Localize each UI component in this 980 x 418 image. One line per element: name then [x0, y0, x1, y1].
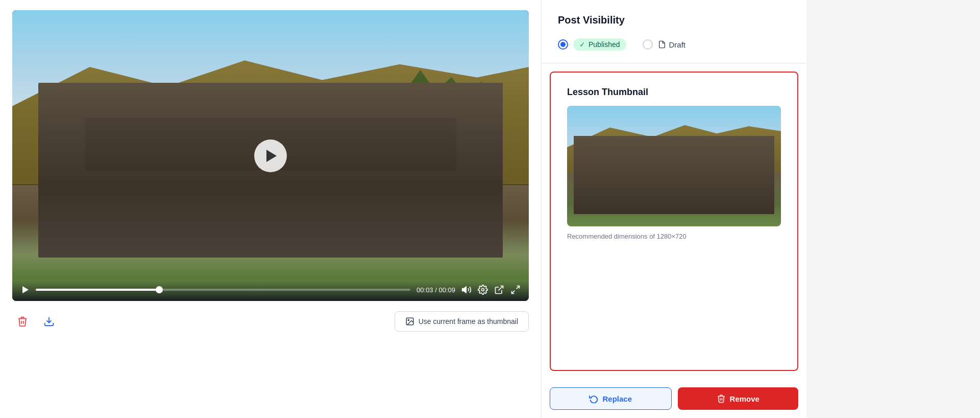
published-radio-fill: [560, 42, 566, 47]
published-option[interactable]: ✓ Published: [558, 38, 626, 51]
settings-button[interactable]: [478, 285, 488, 295]
play-icon: [266, 150, 277, 162]
check-icon: ✓: [579, 40, 585, 49]
video-controls: 00:03 / 00:09: [12, 281, 529, 301]
svg-line-4: [517, 286, 520, 289]
download-button[interactable]: [39, 311, 59, 332]
progress-thumb: [156, 286, 163, 293]
svg-line-5: [512, 291, 515, 294]
draft-radio[interactable]: [643, 39, 653, 50]
play-pause-button[interactable]: [254, 140, 287, 172]
external-link-button[interactable]: [494, 285, 504, 295]
draft-option[interactable]: Draft: [643, 39, 686, 50]
fullscreen-button[interactable]: [510, 285, 521, 295]
remove-label: Remove: [730, 394, 760, 403]
svg-point-8: [408, 320, 409, 321]
volume-button[interactable]: [461, 285, 472, 295]
svg-marker-0: [22, 286, 29, 293]
video-player[interactable]: 00:03 / 00:09: [12, 10, 529, 301]
remove-button[interactable]: Remove: [678, 387, 799, 410]
published-radio[interactable]: [558, 39, 568, 50]
thumbnail-actions: Replace Remove: [542, 379, 806, 418]
published-label: Published: [589, 40, 620, 49]
progress-fill: [36, 289, 159, 291]
right-panel: Post Visibility ✓ Published D: [541, 0, 806, 418]
visibility-options: ✓ Published Draft: [558, 38, 790, 51]
post-visibility-section: Post Visibility ✓ Published D: [542, 0, 806, 63]
delete-button[interactable]: [12, 311, 33, 332]
recommended-dimensions-text: Recommended dimensions of 1280×720: [567, 233, 781, 240]
thumbnail-title: Lesson Thumbnail: [567, 87, 781, 98]
play-button-ctrl[interactable]: [20, 285, 30, 294]
use-frame-button[interactable]: Use current frame as thumbnail: [395, 311, 529, 332]
published-badge: ✓ Published: [573, 38, 626, 51]
svg-point-2: [482, 289, 484, 291]
bottom-action-bar: Use current frame as thumbnail: [12, 309, 529, 334]
thumbnail-image: [567, 106, 781, 226]
time-display: 00:03 / 00:09: [416, 286, 455, 294]
draft-label: Draft: [658, 40, 686, 49]
replace-label: Replace: [602, 394, 632, 403]
progress-bar[interactable]: [36, 289, 410, 291]
use-frame-label: Use current frame as thumbnail: [419, 317, 518, 326]
visibility-title: Post Visibility: [558, 14, 790, 26]
svg-marker-1: [462, 287, 467, 293]
replace-button[interactable]: Replace: [550, 387, 672, 410]
lesson-thumbnail-section: Lesson Thumbnail Recommended dimensions …: [550, 72, 798, 371]
media-actions: [12, 311, 59, 332]
svg-line-3: [498, 286, 503, 291]
